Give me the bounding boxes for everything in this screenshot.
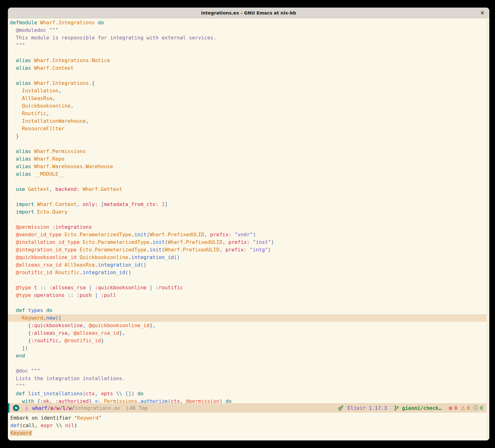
code-line-26[interactable]: import Ecto.Query xyxy=(10,208,489,216)
token: , xyxy=(153,322,156,328)
path-segment: l xyxy=(62,405,66,411)
token: :allseas_rsa xyxy=(31,330,67,336)
token: Routific xyxy=(52,269,80,275)
token: integration_id xyxy=(83,269,125,275)
error-indicator[interactable]: ⊗ 0 xyxy=(448,405,457,411)
code-line-23[interactable]: use Gettext, backend: Wharf.Gettext xyxy=(10,186,489,193)
code-line-18[interactable]: alias Wharf.Permissions xyxy=(10,148,489,155)
code-line-41[interactable]: {:quickbooksonline, @quickbooksonline_id… xyxy=(10,322,489,329)
token: , xyxy=(58,88,61,94)
token: ) xyxy=(253,232,256,238)
token: ( xyxy=(165,239,168,245)
code-line-39[interactable]: def types do xyxy=(10,307,489,314)
code-line-28[interactable]: @permission :integrations xyxy=(10,223,489,231)
token: Ecto.ParameterizedType xyxy=(77,247,147,253)
code-line-2[interactable]: @moduledoc """ xyxy=(10,27,489,34)
echo-line-1[interactable]: Embark on identifier ‘Keyword’ xyxy=(10,414,489,422)
code-line-47[interactable]: @doc """ xyxy=(10,367,489,375)
code-line-22[interactable] xyxy=(10,178,489,186)
token: :: xyxy=(37,285,46,291)
warning-indicator[interactable]: ⚠ 0 xyxy=(461,405,470,411)
echo-line-3[interactable]: Keyword xyxy=(10,429,489,437)
echo-line-2[interactable]: def(call, expr \\ nil) xyxy=(10,422,489,429)
token: :pull xyxy=(98,292,116,298)
buffer-path[interactable]: wharf/a/w/l/w/ xyxy=(32,405,75,411)
code-line-1[interactable]: defmodule Wharf.Integrations do xyxy=(10,19,489,27)
code-line-3[interactable]: This module is responsible for integrati… xyxy=(10,34,489,42)
token: ) xyxy=(271,239,274,245)
scrollbar[interactable] xyxy=(486,18,489,440)
code-line-31[interactable]: @integration_id_type Ecto.ParameterizedT… xyxy=(10,246,489,254)
code-line-35[interactable] xyxy=(10,276,489,284)
code-line-4[interactable]: """ xyxy=(10,42,489,49)
code-line-8[interactable] xyxy=(10,72,489,80)
code-editor[interactable]: defmodule Wharf.Integrations do @moduled… xyxy=(8,18,489,403)
token: { xyxy=(10,322,31,328)
token: . xyxy=(131,232,134,238)
code-line-20[interactable]: alias Wharf.Warehouses.Warehouse xyxy=(10,163,489,170)
code-line-48[interactable]: Lists the integration installations. xyxy=(10,375,489,382)
code-line-19[interactable]: alias Wharf.Repo xyxy=(10,155,489,163)
token: init xyxy=(153,239,165,245)
code-line-11[interactable]: AllSeasRsa, xyxy=(10,95,489,102)
code-line-14[interactable]: InstallationWarehouse, xyxy=(10,117,489,125)
code-line-5[interactable] xyxy=(10,49,489,57)
code-line-50[interactable]: def list_installations(ctx, opts \\ []) … xyxy=(10,390,489,398)
token: { xyxy=(10,330,31,336)
code-line-43[interactable]: {:routific, @routific_id} xyxy=(10,337,489,345)
completion-candidate[interactable]: Keyword xyxy=(10,430,32,436)
warning-triangle-icon: ⚠ xyxy=(461,405,465,411)
code-line-40[interactable]: Keyword.new([ xyxy=(8,314,489,322)
code-line-27[interactable] xyxy=(10,216,489,223)
code-line-29[interactable]: @vendor_id_type Ecto.ParameterizedType.i… xyxy=(10,231,489,239)
code-line-51[interactable]: with {:ok, :authorized} <- Permissions.a… xyxy=(10,398,489,403)
code-line-49[interactable]: """ xyxy=(10,382,489,390)
token: alias xyxy=(10,57,31,63)
token: ) xyxy=(219,398,223,403)
title-bar[interactable]: integrations.ex - GNU Emacs at nix-bb × xyxy=(8,8,489,18)
code-line-30[interactable]: @installation_id_type Ecto.Parameterized… xyxy=(10,239,489,246)
code-line-33[interactable]: @allseas_rsa_id AllSeasRsa.integration_i… xyxy=(10,261,489,269)
code-line-12[interactable]: Quickbooksonline, xyxy=(10,102,489,110)
info-indicator[interactable]: ⓘ 0 xyxy=(473,405,483,411)
code-line-42[interactable]: {:allseas_rsa, @allseas_rsa_id}, xyxy=(10,329,489,337)
token: """ xyxy=(10,383,25,389)
code-line-15[interactable]: ResourceFilter xyxy=(10,125,489,133)
diagnostics-group: ⊗ 0 ⚠ 0 ⓘ 0 xyxy=(448,405,483,411)
info-count: 0 xyxy=(480,405,483,411)
token: AllSeasRsa xyxy=(10,95,52,101)
vcs-group[interactable]: gianni/check… xyxy=(394,405,441,411)
code-line-25[interactable]: import Wharf.Context, only: [metadata_fr… xyxy=(10,201,489,208)
token: alias xyxy=(10,65,31,71)
code-line-45[interactable]: end xyxy=(10,352,489,360)
buffer-filename[interactable]: integrations.ex xyxy=(75,405,120,411)
code-line-34[interactable]: @routific_id Routific.integration_id() xyxy=(10,269,489,276)
token: , xyxy=(52,95,55,101)
code-line-46[interactable] xyxy=(10,360,489,367)
token: .{ xyxy=(89,80,95,86)
token: do xyxy=(95,20,104,26)
code-line-13[interactable]: Routific, xyxy=(10,110,489,117)
code-line-24[interactable] xyxy=(10,193,489,201)
token: expr xyxy=(41,422,53,428)
code-line-9[interactable]: alias Wharf.Integrations.{ xyxy=(10,80,489,87)
token: Wharf.PrefixedULID xyxy=(149,232,204,238)
token: @integration_id_type xyxy=(10,247,77,253)
code-line-6[interactable]: alias Wharf.Integrations.Notice xyxy=(10,57,489,64)
token: , xyxy=(122,330,125,336)
code-line-32[interactable]: @quickbooksonline_id Quickbooksonline.in… xyxy=(10,254,489,261)
code-line-16[interactable]: } xyxy=(10,133,489,140)
close-icon[interactable]: × xyxy=(480,10,485,15)
code-line-17[interactable] xyxy=(10,140,489,148)
warning-count: 0 xyxy=(467,405,470,411)
code-line-10[interactable]: Installation, xyxy=(10,87,489,95)
token: __MODULE__ xyxy=(31,171,64,177)
token: @quickbooksonline_id xyxy=(86,322,149,328)
token: types xyxy=(25,307,43,313)
code-line-7[interactable]: alias Wharf.Context xyxy=(10,64,489,72)
code-line-38[interactable] xyxy=(10,299,489,307)
code-line-44[interactable]: ]) xyxy=(10,345,489,352)
code-line-36[interactable]: @type t :: :allseas_rsa | :quickbooksonl… xyxy=(10,284,489,292)
code-line-21[interactable]: alias __MODULE__ xyxy=(10,170,489,178)
code-line-37[interactable]: @type operations :: :push | :pull xyxy=(10,292,489,299)
